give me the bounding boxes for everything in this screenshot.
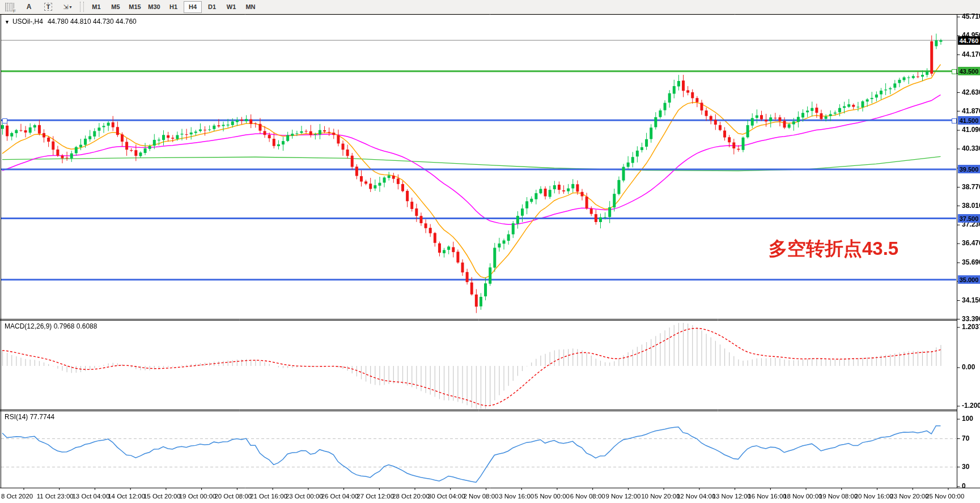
hline-anchor-handle[interactable]: [2, 118, 7, 123]
hline-price-label-35000: 35.000: [958, 275, 980, 284]
hline-price-label-43500: 43.500: [958, 67, 980, 75]
chart-title: ▼USOil-,H444.780 44.810 44.730 44.760: [5, 18, 137, 25]
rsi-indicator-label: RSI(14) 77.7744: [5, 413, 54, 421]
current-price-label: 44.760: [958, 36, 980, 45]
hline-price-label-39500: 39.500: [958, 165, 980, 173]
trading-platform-window: F A T ⇲ ▾ M1M5M15M30H1H4D1W1MN ▼USOil-,H…: [0, 0, 980, 503]
hline-anchor-handle[interactable]: [952, 118, 957, 123]
symbol-dropdown-icon[interactable]: ▼: [5, 19, 10, 25]
ohlc-values: 44.780 44.810 44.730 44.760: [48, 18, 137, 25]
macd-indicator-label: MACD(12,26,9) 0.7968 0.6088: [5, 322, 97, 330]
hline-price-label-41500: 41.500: [958, 116, 980, 125]
hline-anchor-handle[interactable]: [952, 69, 957, 74]
chart-text-annotation[interactable]: 多空转折点43.5: [769, 236, 898, 262]
symbol-period-label: USOil-,H4: [12, 18, 43, 25]
hline-price-label-37500: 37.500: [958, 214, 980, 223]
